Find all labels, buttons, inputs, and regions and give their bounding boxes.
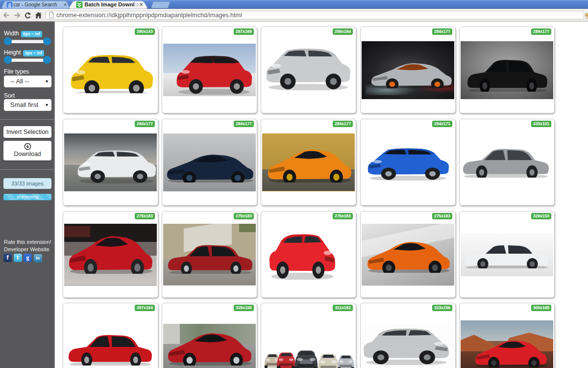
svg-text:car - Google Search: car - Google Search <box>14 1 57 7</box>
svg-text:✕: ✕ <box>63 2 67 7</box>
svg-text:✕: ✕ <box>139 1 144 7</box>
svg-text:g: g <box>8 1 11 8</box>
svg-text:o: o <box>135 1 139 7</box>
svg-text:Batch Image Downl: Batch Image Downl <box>85 1 135 7</box>
svg-text:chrome-extension://idkjpplhmpp: chrome-extension://idkjpplhmppnlpdpmdiap… <box>56 12 242 19</box>
